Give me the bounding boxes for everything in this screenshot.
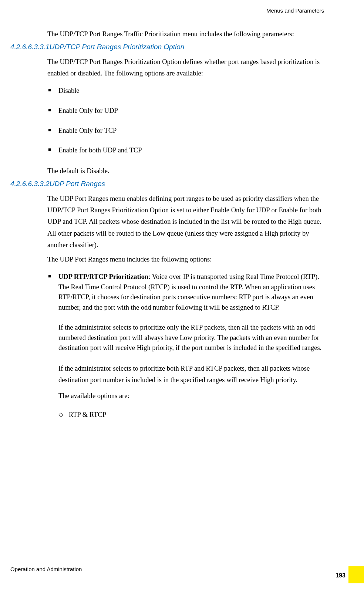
page-number: 193 [336,572,346,579]
diamond-item: RTP & RTCP [58,410,324,420]
bullet-text2: If the administrator selects to prioriti… [58,323,324,353]
section-heading-2: 4.2.6.6.3.3.2UDP Port Ranges [10,180,324,188]
section-number: 4.2.6.6.3.3.1 [10,43,50,51]
bullet-item: UDP RTP/RTCP Prioritization: Voice over … [47,272,324,353]
section2-bullets: UDP RTP/RTCP Prioritization: Voice over … [47,272,324,353]
section2-para2: The UDP Port Ranges menu includes the fo… [47,254,324,265]
page-footer: Operation and Administration [10,562,337,572]
option-item: Enable Only for TCP [47,126,324,136]
section1-para2: The default is Disable. [47,165,324,177]
section1-para1: The UDP/TCP Port Ranges Prioritization O… [47,56,324,79]
section2-subpara2: The available options are: [58,390,324,402]
page-content: The UDP/TCP Port Ranges Traffic Prioriti… [10,28,324,420]
footer-right-badge: 193 [324,569,364,583]
section-heading-1: 4.2.6.6.3.3.1UDP/TCP Port Ranges Priorit… [10,43,324,51]
option-item: Enable for both UDP and TCP [47,145,324,156]
diamond-list: RTP & RTCP [58,410,324,420]
section2-subpara1: If the administrator selects to prioriti… [58,363,324,386]
section-title: UDP/TCP Port Ranges Prioritization Optio… [50,43,185,51]
section-title: UDP Port Ranges [50,180,105,188]
options-list: Disable Enable Only for UDP Enable Only … [47,86,324,156]
option-item: Enable Only for UDP [47,106,324,116]
intro-paragraph: The UDP/TCP Port Ranges Traffic Prioriti… [47,28,324,40]
yellow-accent [348,566,364,583]
page-header: Menus and Parameters [10,7,324,14]
section-number: 4.2.6.6.3.3.2 [10,180,50,188]
footer-divider [10,562,266,562]
footer-text: Operation and Administration [10,566,337,572]
section2-para1: The UDP Port Ranges menu enables definin… [47,193,324,250]
option-item: Disable [47,86,324,96]
bullet-bold: UDP RTP/RTCP Prioritization [58,273,148,280]
